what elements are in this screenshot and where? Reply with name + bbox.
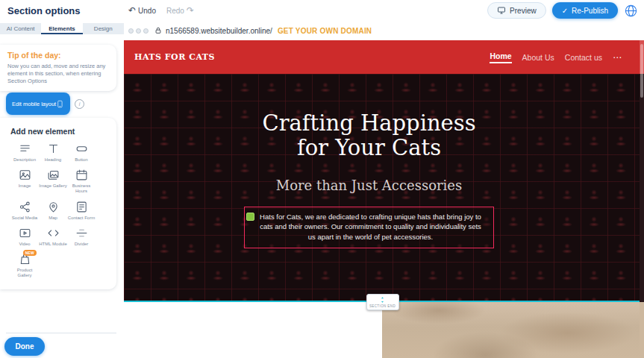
tab-ai-content[interactable]: AI Content <box>0 23 41 34</box>
element-drag-handle-icon[interactable] <box>246 213 254 221</box>
sidebar-divider <box>6 333 116 333</box>
element-tile-image[interactable]: Image <box>10 169 39 194</box>
redo-icon: ↷ <box>187 6 194 15</box>
divider-icon <box>75 227 88 239</box>
sidebar-tabs: AI Content Elements Design <box>0 23 124 34</box>
element-tile-heading[interactable]: Heading <box>39 142 67 163</box>
tip-body: Now you can add, move and resize any ele… <box>7 63 109 85</box>
section-resize-handle[interactable]: SECTION END <box>366 294 399 310</box>
undo-icon: ↶ <box>128 6 136 15</box>
tab-elements[interactable]: Elements <box>41 23 82 34</box>
edit-mobile-layout-button[interactable]: Edit mobile layout <box>6 92 70 115</box>
site-header: HATS FOR CATS Home About Us Contact us ⋯ <box>124 40 640 74</box>
republish-label: Re-Publish <box>572 7 608 15</box>
hero-subtitle[interactable]: More than Just Accessories <box>124 178 614 193</box>
info-icon[interactable]: i <box>75 99 84 109</box>
element-tile-button[interactable]: Button <box>67 142 96 163</box>
business-hours-icon <box>75 169 88 181</box>
phone-icon <box>56 98 64 110</box>
image-icon <box>19 169 31 181</box>
nav-item-home[interactable]: Home <box>490 51 511 63</box>
site-nav: Home About Us Contact us ⋯ <box>490 51 622 63</box>
image-gallery-icon <box>47 169 60 181</box>
redo-label: Redo <box>166 7 184 15</box>
element-tile-contact-form[interactable]: Contact Form <box>67 201 96 221</box>
site-preview-canvas: HATS FOR CATS Home About Us Contact us ⋯… <box>124 40 640 358</box>
element-tile-business-hours[interactable]: Business Hours <box>67 169 96 194</box>
map-pin-icon <box>47 201 60 213</box>
history-controls: ↶ Undo Redo ↷ <box>128 0 194 21</box>
next-section-preview <box>124 302 640 358</box>
hero-text-element-selected[interactable]: Hats for Cats, we are dedicated to craft… <box>244 207 494 248</box>
section-end-label: SECTION END <box>369 304 396 308</box>
edit-mobile-label: Edit mobile layout <box>12 101 56 107</box>
toolbar-actions: Preview ✓ Re-Publish <box>487 0 638 21</box>
preview-button[interactable]: Preview <box>487 2 546 19</box>
top-toolbar: Section options ↶ Undo Redo ↷ Preview ✓ … <box>0 0 644 21</box>
element-tile-product-gallery[interactable]: NEW Product Gallery <box>10 253 39 278</box>
add-new-element-panel: Add new element Description Heading Butt… <box>0 118 116 289</box>
tab-design[interactable]: Design <box>83 23 124 34</box>
hero-section: Crafting Happiness for Your Cats More th… <box>124 74 640 302</box>
preview-scrollbar[interactable] <box>640 40 644 358</box>
undo-label: Undo <box>138 7 156 15</box>
nav-item-contact-us[interactable]: Contact us <box>565 53 602 62</box>
element-tile-html-module[interactable]: HTML Module <box>39 227 67 247</box>
undo-button[interactable]: ↶ Undo <box>128 6 156 15</box>
video-icon <box>19 227 31 239</box>
preview-label: Preview <box>510 7 537 15</box>
section-options-sidebar: AI Content Elements Design Tip of the da… <box>0 21 124 358</box>
lock-icon <box>154 27 162 34</box>
contact-form-icon <box>75 201 88 213</box>
hero-title[interactable]: Crafting Happiness for Your Cats <box>246 74 493 161</box>
done-button[interactable]: Done <box>4 337 45 356</box>
element-tile-divider[interactable]: Divider <box>67 227 96 247</box>
check-icon: ✓ <box>562 7 568 15</box>
new-badge: NEW <box>23 250 37 256</box>
nav-item-about-us[interactable]: About Us <box>522 53 554 62</box>
heading-icon <box>47 142 60 155</box>
element-tile-map[interactable]: Map <box>39 201 67 221</box>
site-url: n1566589.websitebuilder.online/ <box>166 27 272 35</box>
element-tile-description[interactable]: Description <box>10 142 39 163</box>
site-logo[interactable]: HATS FOR CATS <box>134 52 215 62</box>
nav-more-icon[interactable]: ⋯ <box>613 52 622 63</box>
add-new-element-heading: Add new element <box>10 127 116 136</box>
button-icon <box>75 142 88 155</box>
language-globe-icon[interactable] <box>624 4 638 18</box>
next-section-photo <box>382 302 640 358</box>
window-control-dots <box>128 28 149 34</box>
page-title: Section options <box>7 5 81 16</box>
tip-heading: Tip of the day: <box>7 51 109 60</box>
browser-address-bar: n1566589.websitebuilder.online/ GET YOUR… <box>124 21 644 40</box>
tip-of-the-day-panel: Tip of the day: Now you can add, move an… <box>0 45 116 91</box>
scrollbar-thumb[interactable] <box>640 44 643 98</box>
redo-button[interactable]: Redo ↷ <box>166 6 194 15</box>
monitor-icon <box>497 6 506 15</box>
element-tile-video[interactable]: Video <box>10 227 39 247</box>
description-icon <box>19 142 31 155</box>
get-your-own-domain-link[interactable]: GET YOUR OWN DOMAIN <box>278 27 372 35</box>
element-grid: Description Heading Button Image Image G… <box>10 142 116 278</box>
code-icon <box>47 227 60 239</box>
element-tile-image-gallery[interactable]: Image Gallery <box>39 169 67 194</box>
hero-body-text: Hats for Cats, we are dedicated to craft… <box>260 213 481 242</box>
republish-button[interactable]: ✓ Re-Publish <box>552 2 618 19</box>
element-tile-social-media[interactable]: Social Media <box>10 201 39 221</box>
social-media-icon <box>19 201 31 213</box>
resize-arrows-icon <box>379 296 386 304</box>
next-section-blank <box>124 302 382 358</box>
